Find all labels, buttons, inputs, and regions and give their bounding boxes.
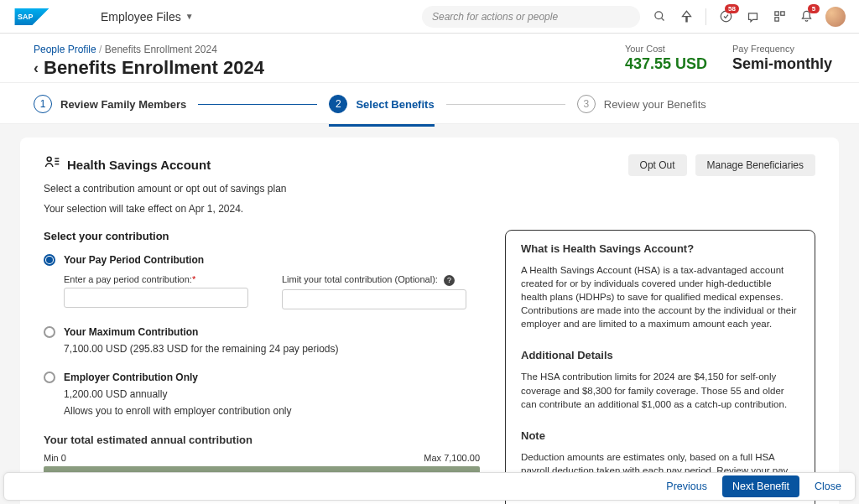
- close-button[interactable]: Close: [815, 481, 841, 492]
- radio-pay-period[interactable]: [44, 254, 55, 266]
- sap-logo[interactable]: SAP: [13, 8, 50, 25]
- limit-input[interactable]: [282, 289, 466, 309]
- breadcrumb-parent[interactable]: People Profile: [34, 44, 96, 55]
- pay-frequency-metric: Pay Frequency Semi-monthly: [732, 44, 832, 73]
- card-desc-1: Select a contribution amount or opt out …: [44, 183, 815, 195]
- step-1-label: Review Family Members: [60, 98, 186, 111]
- pay-period-input-label: Enter a pay period contribution:*: [64, 274, 248, 284]
- next-benefit-button[interactable]: Next Benefit: [722, 475, 799, 497]
- option-employer-only: Employer Contribution Only 1,200.00 USD …: [44, 372, 480, 417]
- info-title-what: What is Health Savings Account?: [521, 242, 799, 255]
- back-button[interactable]: ‹: [34, 60, 39, 77]
- totals-label: Your total estimated annual contribution: [44, 434, 480, 446]
- notifications-badge: 5: [808, 4, 820, 13]
- cost-label: Your Cost: [625, 44, 707, 54]
- help-icon[interactable]: ?: [444, 275, 455, 286]
- messages-icon[interactable]: [745, 9, 760, 24]
- apps-icon[interactable]: [772, 9, 787, 24]
- step-select-benefits[interactable]: 2 Select Benefits: [329, 95, 434, 113]
- radio-maximum[interactable]: [44, 326, 55, 338]
- step-3-number: 3: [577, 95, 596, 113]
- chevron-down-icon: ▼: [185, 12, 194, 21]
- step-review-family[interactable]: 1 Review Family Members: [34, 95, 186, 113]
- page-title: Benefits Enrollment 2024: [44, 57, 264, 79]
- employer-detail-1: 1,200.00 USD annually: [64, 388, 480, 400]
- avatar[interactable]: [825, 7, 846, 27]
- step-review-benefits[interactable]: 3 Review your Benefits: [577, 95, 706, 113]
- manage-beneficiaries-button[interactable]: Manage Beneficiaries: [695, 154, 815, 176]
- hsa-card: Health Savings Account Opt Out Manage Be…: [20, 138, 839, 504]
- breadcrumb: People Profile / Benefits Enrollment 202…: [34, 44, 625, 55]
- cost-value: 437.55 USD: [625, 55, 707, 73]
- svg-line-3: [661, 18, 664, 20]
- card-desc-2: Your selection will take effect on Apr 1…: [44, 203, 815, 215]
- info-title-details: Additional Details: [521, 349, 799, 361]
- svg-text:SAP: SAP: [18, 13, 33, 21]
- step-2-label: Select Benefits: [356, 98, 434, 111]
- svg-rect-6: [780, 12, 784, 15]
- info-title-note: Note: [521, 429, 799, 442]
- limit-input-label: Limit your total contribution (Optional)…: [282, 274, 466, 286]
- radio-employer-only-label: Employer Contribution Only: [64, 372, 198, 383]
- freq-value: Semi-monthly: [732, 55, 832, 73]
- wizard-stepper: 1 Review Family Members 2 Select Benefit…: [0, 83, 859, 124]
- search-placeholder: Search for actions or people: [432, 11, 558, 23]
- employer-detail-2: Allows you to enroll with employer contr…: [64, 405, 480, 417]
- svg-point-2: [654, 12, 662, 19]
- top-nav: SAP Employee Files ▼ Search for actions …: [0, 0, 859, 34]
- pay-period-input[interactable]: [64, 288, 248, 308]
- previous-button[interactable]: Previous: [666, 481, 707, 492]
- opt-out-button[interactable]: Opt Out: [628, 154, 687, 176]
- page-header: People Profile / Benefits Enrollment 202…: [0, 34, 859, 83]
- your-cost-metric: Your Cost 437.55 USD: [625, 44, 707, 73]
- radio-employer-only[interactable]: [44, 372, 55, 383]
- nav-icon-group: 58 5: [652, 7, 846, 27]
- svg-rect-7: [774, 18, 778, 21]
- step-3-label: Review your Benefits: [604, 98, 706, 111]
- search-input[interactable]: Search for actions or people: [422, 6, 640, 28]
- radio-pay-period-label: Your Pay Period Contribution: [64, 254, 204, 266]
- info-text-details: The HSA contribution limits for 2024 are…: [521, 370, 799, 410]
- bell-icon[interactable]: 5: [799, 9, 814, 24]
- info-text-what: A Health Savings Account (HSA) is a tax-…: [521, 263, 799, 330]
- location-icon[interactable]: [679, 9, 694, 24]
- option-maximum: Your Maximum Contribution 7,100.00 USD (…: [44, 326, 480, 355]
- maximum-detail: 7,100.00 USD (295.83 USD for the remaini…: [64, 343, 480, 355]
- step-1-number: 1: [34, 95, 52, 113]
- svg-point-8: [47, 157, 51, 161]
- max-label: Max 7,100.00: [424, 453, 480, 463]
- approvals-badge: 58: [725, 4, 739, 13]
- wizard-footer: Previous Next Benefit Close: [3, 472, 856, 501]
- employee-files-menu[interactable]: Employee Files ▼: [101, 10, 194, 23]
- breadcrumb-current: Benefits Enrollment 2024: [105, 44, 217, 55]
- option-pay-period: Your Pay Period Contribution Enter a pay…: [44, 254, 480, 309]
- info-panel: What is Health Savings Account? A Health…: [505, 230, 815, 504]
- contribution-section-label: Select your contribution: [44, 230, 480, 242]
- radio-maximum-label: Your Maximum Contribution: [64, 326, 198, 338]
- svg-rect-5: [774, 12, 778, 15]
- step-2-number: 2: [329, 95, 347, 113]
- approvals-icon[interactable]: 58: [718, 9, 733, 24]
- menu-label: Employee Files: [101, 10, 181, 23]
- hsa-icon: [44, 154, 60, 175]
- search-icon[interactable]: [652, 9, 667, 24]
- min-label: Min 0: [44, 453, 66, 463]
- content-area: Health Savings Account Opt Out Manage Be…: [0, 124, 859, 504]
- card-title: Health Savings Account: [67, 158, 211, 172]
- freq-label: Pay Frequency: [732, 44, 832, 54]
